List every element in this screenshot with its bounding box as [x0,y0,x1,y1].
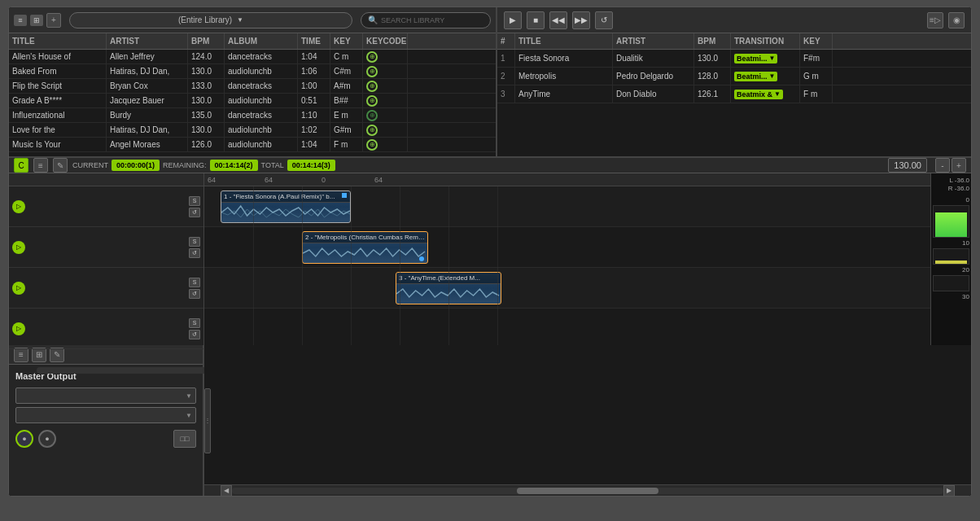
track-ctrl-btn[interactable]: S [189,318,200,328]
timeline-progress: CURRENT 00:00:00(1) REMAINING: 00:14:14(… [72,160,883,171]
search-box[interactable]: 🔍 SEARCH LIBRARY [361,12,491,28]
list-item[interactable]: Flip the Script Bryan Cox 133.0 dancetra… [9,79,496,94]
waveform-label-1: 1 - "Fiesta Sonora (A.Paul Remix)" b... [221,191,350,203]
bottom-scroll-right[interactable]: ▶ [943,485,955,497]
table-row[interactable]: 3 AnyTime Don Diablo 126.1 Beatmix & ▼ F… [497,85,971,103]
list-icon: ≡ [14,15,27,26]
cell-title: Love for the [9,123,107,137]
waveform-block-1[interactable]: 1 - "Fiesta Sonora (A.Paul Remix)" b... [221,190,351,223]
cell-album: audiolunchb [225,138,298,151]
master-edit-btn[interactable]: ✎ [50,348,64,362]
bpm-up-btn[interactable]: + [952,158,966,173]
track-ctrl-btn[interactable]: ↺ [189,248,200,258]
list-item[interactable]: Baked From Hatiras, DJ Dan, 130.0 audiol… [9,64,496,79]
col-bpm: BPM [188,33,225,49]
master-list2-btn[interactable]: ⊞ [32,348,46,362]
cell-num: 2 [497,68,515,85]
cell-artist: Allen Jeffrey [107,50,188,63]
master-ctrl-btn-1[interactable]: ● [15,430,33,448]
master-dropdown-1[interactable]: ▼ [15,387,196,404]
track-ctrl-btn[interactable]: S [189,237,200,247]
table-row[interactable]: 1 Fiesta Sonora Dualitik 130.0 Beatmi...… [497,50,971,68]
track-controls-4: S ↺ [189,318,200,339]
table-row[interactable]: 2 Metropolis Pedro Delgardo 128.0 Beatmi… [497,68,971,85]
bottom-scrollbar-track[interactable] [232,488,943,494]
forward-button[interactable]: ▶▶ [572,11,590,29]
cell-pl-key: F m [800,85,833,103]
cell-bpm: 130.0 [188,123,225,137]
master-ctrl-btn-3[interactable]: □□ [173,430,196,448]
remaining-value: 00:14:14(2) [210,160,258,171]
total-label: TOTAL [261,161,284,169]
beatmix-badge[interactable]: Beatmix & ▼ [734,90,783,99]
list-item[interactable]: Allen's House of Allen Jeffrey 124.0 dan… [9,50,496,64]
total-value: 00:14:14(3) [287,160,335,171]
beatmix-badge[interactable]: Beatmi... ▼ [734,54,777,63]
dropdown-arrow-2: ▼ [186,412,192,419]
bpm-display[interactable]: 130.00 [888,158,927,173]
top-section: ≡ ⊞ + (Entire Library) ▼ 🔍 SEARCH LIBRAR… [9,7,971,158]
playlist-options-button[interactable]: ◉ [948,12,965,28]
cell-key: B## [330,94,363,107]
bpm-down-btn[interactable]: - [935,158,950,173]
cell-artist: Hatiras, DJ Dan, [107,123,188,137]
col-pl-transition: TRANSITION [731,33,800,49]
list-item[interactable]: Music Is Your Angel Moraes 126.0 audiolu… [9,138,496,152]
cell-bpm: 133.0 [188,79,225,93]
timeline-settings-btn[interactable]: ✎ [53,158,68,173]
library-dropdown[interactable]: (Entire Library) ▼ [69,12,352,28]
beatmix-badge[interactable]: Beatmi... ▼ [734,72,777,81]
dot-icon-1: ● [22,435,26,443]
col-title: TITLE [9,33,107,49]
track-lane-3: ▷ S ↺ [9,268,203,309]
key-icon: ⊕ [366,139,378,151]
track-icon-2: ▷ [12,241,25,254]
track-ctrl-btn[interactable]: S [189,278,200,287]
list-item[interactable]: Grade A B**** Jacquez Bauer 130.0 audiol… [9,94,496,108]
track-lane-2: ▷ S ↺ [9,227,203,268]
master-ctrl-btn-2[interactable]: ● [38,430,56,448]
beat-marker [419,256,424,261]
cell-title: Allen's House of [9,50,107,63]
cell-key: C#m [330,64,363,78]
cell-album: dancetracks [225,79,298,93]
waveform-block-2[interactable]: 2 - "Metropolis (Christian Cumbas Remix)… [302,231,428,264]
playlist-toolbar: ▶ ■ ◀◀ ▶▶ ↺ ≡▷ ◉ [497,7,971,33]
track-icon-1: ▷ [12,200,25,213]
rect-icon: □□ [181,435,190,443]
track-ctrl-btn[interactable]: S [189,196,200,206]
add-track-button[interactable]: + [46,13,61,28]
timeline-icon[interactable]: C [14,158,28,173]
cell-pl-bpm: 128.0 [694,68,731,85]
vu-bars: 0 10 20 30 [933,196,969,348]
master-dropdown-2[interactable]: ▼ [15,407,196,423]
list-item[interactable]: Influenzational Burdy 135.0 dancetracks … [9,108,496,123]
list-item[interactable]: Love for the Hatiras, DJ Dan, 130.0 audi… [9,123,496,138]
bottom-scroll-left[interactable]: ◀ [221,485,232,497]
vu-yellow-zone [933,248,969,265]
cell-bpm: 130.0 [188,94,225,107]
vu-green-zone [933,205,969,238]
track-ctrl-btn[interactable]: ↺ [189,208,200,217]
track-ctrl-btn[interactable]: ↺ [189,330,200,339]
playlist-settings-button[interactable]: ≡▷ [927,12,943,28]
play-button[interactable]: ▶ [504,11,522,29]
grid-icon: ⊞ [30,15,43,26]
bottom-scrollbar-thumb[interactable] [517,488,659,494]
waveform-visual-1 [221,203,350,222]
beat-marker [342,193,347,198]
cell-bpm: 135.0 [188,108,225,122]
stop-button[interactable]: ■ [527,11,545,29]
rewind-button[interactable]: ◀◀ [549,11,567,29]
divider-handle[interactable]: ⋮ [204,388,211,453]
grid-line [400,186,400,349]
master-list-btn[interactable]: ≡ [14,348,28,362]
vu-right-label: R -36.0 [933,185,969,192]
track-ctrl-btn[interactable]: ↺ [189,289,200,299]
timeline-list-btn[interactable]: ≡ [33,158,48,173]
loop-button[interactable]: ↺ [595,11,613,29]
cell-keycode: ⊕ [363,123,408,137]
vu-red-zone [933,275,969,291]
track-lane-1: ▷ S ↺ [9,186,203,227]
cell-key: A#m [330,79,363,93]
